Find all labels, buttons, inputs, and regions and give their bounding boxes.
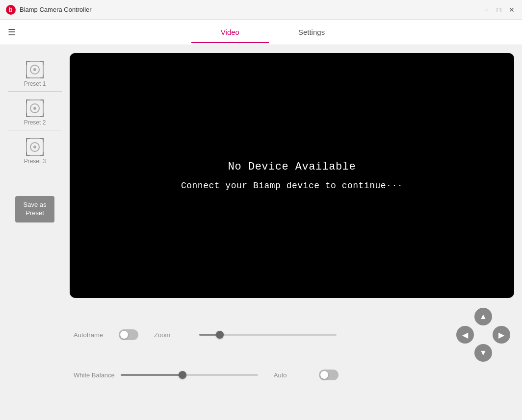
auto-group: Auto — [274, 370, 339, 380]
dpad-left-button[interactable]: ◀ — [456, 326, 474, 344]
content-area: Preset 1 Preset 2 Preset 3 — [0, 45, 522, 420]
preset-item-1[interactable]: Preset 1 — [8, 57, 62, 92]
nav-tabs: Video Settings — [24, 21, 522, 43]
hamburger-button[interactable]: ☰ — [0, 27, 24, 38]
dpad-down-button[interactable]: ▼ — [474, 344, 492, 362]
no-device-title: No Device Available — [228, 161, 356, 173]
dpad-right-button[interactable]: ▶ — [493, 326, 510, 344]
white-balance-slider[interactable] — [121, 374, 258, 376]
tab-settings[interactable]: Settings — [269, 21, 354, 43]
maximize-button[interactable]: □ — [495, 5, 503, 14]
window-controls: − □ ✕ — [482, 5, 516, 14]
preset-icon-1 — [26, 61, 44, 78]
white-balance-slider-fill — [121, 374, 183, 376]
white-balance-slider-thumb[interactable] — [179, 371, 186, 379]
auto-toggle[interactable] — [319, 370, 339, 380]
app-body: ☰ Video Settings Preset 1 — [0, 20, 522, 420]
top-nav: ☰ Video Settings — [0, 20, 522, 45]
save-preset-button[interactable]: Save as Preset — [15, 196, 54, 222]
no-device-sub: Connect your Biamp device to continue··· — [181, 181, 403, 191]
autoframe-label: Autoframe — [74, 331, 113, 339]
app-logo: b — [6, 5, 16, 15]
dpad-up-button[interactable]: ▲ — [474, 308, 492, 325]
autoframe-group: Autoframe — [74, 329, 138, 340]
preset-item-3[interactable]: Preset 3 — [8, 134, 62, 169]
white-balance-group: White Balance — [74, 371, 258, 379]
preset-item-2[interactable]: Preset 2 — [8, 96, 62, 130]
dpad: ▲ ◀ ▶ ▼ — [456, 308, 510, 362]
title-bar-left: b Biamp Camera Controller — [6, 5, 92, 15]
bottom-controls: Autoframe Zoom ▲ — [70, 308, 514, 380]
zoom-label: Zoom — [154, 331, 193, 339]
minimize-button[interactable]: − — [482, 5, 491, 14]
preset-icon-2 — [26, 99, 44, 117]
zoom-slider[interactable] — [199, 334, 337, 336]
video-main: No Device Available Connect your Biamp d… — [70, 53, 514, 412]
video-frame: No Device Available Connect your Biamp d… — [70, 53, 514, 298]
preset-icon-3 — [26, 138, 44, 156]
title-bar: b Biamp Camera Controller − □ ✕ — [0, 0, 522, 20]
app-title: Biamp Camera Controller — [20, 6, 92, 13]
auto-label: Auto — [274, 371, 313, 379]
dpad-container: ▲ ◀ ▶ ▼ — [456, 308, 510, 362]
tab-video[interactable]: Video — [191, 21, 269, 43]
zoom-slider-thumb[interactable] — [216, 331, 224, 339]
close-button[interactable]: ✕ — [507, 5, 516, 14]
preset-label-2: Preset 2 — [24, 119, 46, 126]
white-balance-label: White Balance — [74, 371, 115, 379]
left-sidebar: Preset 1 Preset 2 Preset 3 — [8, 53, 62, 412]
zoom-group: Zoom — [154, 331, 337, 339]
preset-label-3: Preset 3 — [24, 158, 46, 165]
autoframe-toggle[interactable] — [119, 329, 138, 340]
preset-label-1: Preset 1 — [24, 80, 46, 87]
